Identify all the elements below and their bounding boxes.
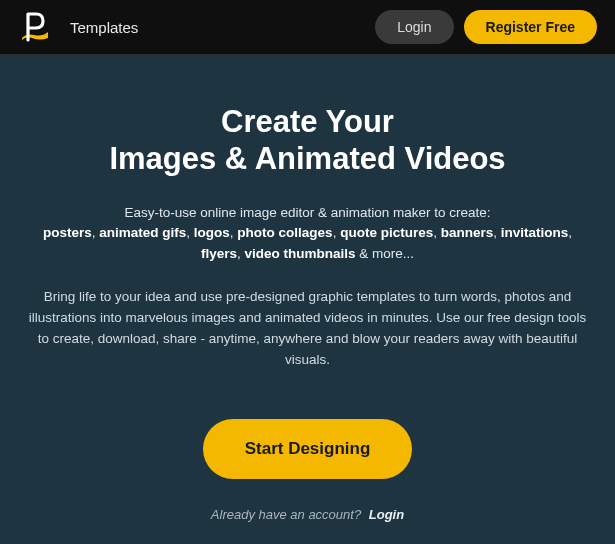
- hero-title-line2: Images & Animated Videos: [109, 141, 505, 176]
- logo[interactable]: [18, 11, 50, 43]
- hero-keywords: posters, animated gifs, logos, photo col…: [22, 223, 593, 265]
- keyword: video thumbnails: [245, 246, 356, 261]
- keyword: logos: [194, 225, 230, 240]
- login-prompt-text: Already have an account?: [211, 507, 361, 522]
- hero-description: Bring life to your idea and use pre-desi…: [22, 287, 593, 371]
- keyword: photo collages: [237, 225, 332, 240]
- login-link[interactable]: Login: [369, 507, 404, 522]
- keyword: quote pictures: [340, 225, 433, 240]
- start-designing-button[interactable]: Start Designing: [203, 419, 413, 479]
- keyword: invitations: [501, 225, 569, 240]
- nav-templates[interactable]: Templates: [70, 19, 138, 36]
- keyword: animated gifs: [99, 225, 186, 240]
- register-button[interactable]: Register Free: [464, 10, 597, 44]
- header: Templates Login Register Free: [0, 0, 615, 55]
- keyword: flyers: [201, 246, 237, 261]
- login-button[interactable]: Login: [375, 10, 453, 44]
- hero-title-line1: Create Your: [221, 104, 394, 139]
- keywords-tail: & more...: [356, 246, 415, 261]
- keyword: banners: [441, 225, 494, 240]
- hero: Create Your Images & Animated Videos Eas…: [0, 55, 615, 522]
- cta-section: Start Designing Already have an account?…: [22, 419, 593, 522]
- hero-title: Create Your Images & Animated Videos: [22, 103, 593, 177]
- hero-sub-intro: Easy-to-use online image editor & animat…: [22, 205, 593, 220]
- keyword: posters: [43, 225, 92, 240]
- login-prompt-row: Already have an account? Login: [22, 507, 593, 522]
- logo-icon: [18, 11, 50, 43]
